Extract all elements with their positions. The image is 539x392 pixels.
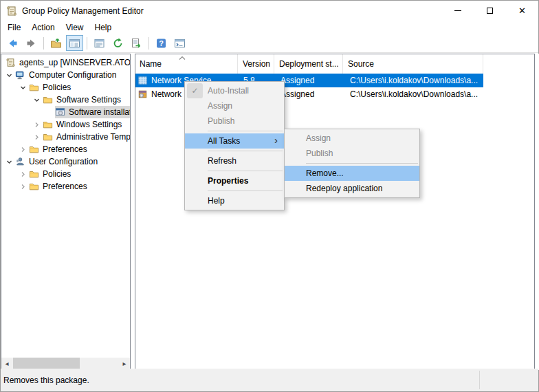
properties-button[interactable] [91, 35, 108, 51]
column-header-version[interactable]: Version [238, 54, 274, 74]
context-menu-item-all-tasks[interactable]: All Tasks › [185, 133, 284, 149]
context-menu-item-publish[interactable]: Publish [185, 113, 284, 129]
tree-item-user-policies[interactable]: Policies [1, 168, 130, 180]
software-installation-icon [55, 107, 65, 117]
up-level-button[interactable] [47, 35, 65, 51]
tree-item-software-installation[interactable]: Software installat [1, 106, 130, 118]
status-text: Removes this package. [3, 375, 89, 385]
tree-item-windows-settings[interactable]: Windows Settings [1, 118, 130, 131]
tree-item-user-configuration[interactable]: User Configuration [1, 155, 130, 168]
context-menu-item-refresh[interactable]: Refresh [185, 153, 284, 168]
close-button[interactable]: ✕ [506, 1, 538, 21]
menu-item-label: All Tasks [208, 136, 240, 146]
window-title: Group Policy Management Editor [22, 6, 144, 16]
tree-item-label: Policies [43, 83, 71, 92]
context-menu-item-properties[interactable]: Properties [185, 173, 284, 188]
chevron-collapsed-icon[interactable] [20, 184, 26, 190]
package-icon [138, 89, 148, 99]
refresh-button[interactable] [109, 35, 126, 51]
package-deployment-state: Assigned [274, 76, 343, 85]
check-icon: ✓ [187, 83, 203, 98]
tree-item-label: agents_up [WINSERVER.ATOMS [19, 58, 130, 67]
menu-item-label: Assign [306, 133, 331, 143]
chevron-collapsed-icon[interactable] [20, 171, 26, 177]
computer-icon [15, 70, 25, 80]
show-console-tree-button[interactable] [66, 35, 83, 51]
context-menu-item-help[interactable]: Help [185, 193, 284, 208]
submenu-arrow-icon: › [274, 134, 278, 146]
context-menu-item-assign[interactable]: Assign [185, 98, 284, 113]
chevron-expanded-icon[interactable] [6, 72, 12, 78]
menu-file[interactable]: File [2, 22, 26, 33]
package-name: Network [151, 89, 182, 99]
tree-item-label: Policies [43, 169, 71, 179]
back-button[interactable] [4, 35, 21, 51]
tree-item-preferences[interactable]: Preferences [1, 143, 130, 155]
column-header-name[interactable]: Name [135, 54, 238, 74]
up-folder-icon [50, 38, 62, 49]
back-arrow-icon [7, 38, 19, 49]
menu-item-label: Assign [208, 101, 232, 111]
new-window-button[interactable] [171, 35, 188, 51]
gpme-window: Group Policy Management Editor ✕ File Ac… [0, 0, 539, 392]
forward-button[interactable] [23, 35, 40, 51]
menu-item-label: Refresh [208, 156, 236, 166]
chevron-expanded-icon[interactable] [20, 85, 26, 91]
chevron-collapsed-icon[interactable] [20, 146, 26, 153]
tree-item-label: User Configuration [29, 157, 98, 166]
column-header-source[interactable]: Source [343, 54, 483, 74]
column-header-deployment-state[interactable]: Deployment st... [274, 54, 343, 74]
menu-item-label: Publish [208, 116, 234, 126]
chevron-expanded-icon[interactable] [6, 159, 12, 165]
toolbar-separator [43, 37, 44, 50]
folder-icon [29, 83, 39, 92]
tree-item-policies[interactable]: Policies [1, 81, 130, 94]
menu-help[interactable]: Help [89, 22, 118, 33]
status-bar-divider [479, 371, 480, 389]
maximize-button[interactable] [474, 1, 506, 21]
chevron-collapsed-icon[interactable] [34, 134, 40, 140]
context-menu-item-auto-install[interactable]: ✓ Auto-Install [185, 83, 284, 98]
export-list-icon [131, 38, 142, 49]
toolbar-separator [148, 37, 149, 50]
folder-icon [29, 144, 39, 154]
folder-icon [29, 182, 39, 191]
app-scroll-icon [6, 6, 17, 17]
minimize-button[interactable] [441, 1, 474, 21]
toolbar [1, 34, 538, 53]
scroll-left-arrow[interactable]: ◂ [1, 358, 12, 369]
gpo-scroll-icon [6, 58, 16, 67]
properties-icon [94, 38, 105, 49]
menu-bar: File Action View Help [1, 21, 538, 34]
chevron-expanded-icon[interactable] [34, 97, 40, 103]
tree-item-label: Preferences [43, 182, 87, 191]
submenu-item-assign[interactable]: Assign [285, 131, 419, 146]
title-bar: Group Policy Management Editor ✕ [1, 1, 538, 21]
folder-icon [43, 95, 53, 105]
scroll-right-arrow[interactable]: ▸ [119, 358, 130, 369]
tree-item-gpo-root[interactable]: agents_up [WINSERVER.ATOMS [1, 56, 130, 69]
tree-item-label: Preferences [43, 144, 87, 154]
export-list-button[interactable] [128, 35, 145, 51]
tree-item-administrative-templates[interactable]: Administrative Temp [1, 131, 130, 143]
scrollbar-thumb[interactable] [13, 358, 80, 369]
submenu-item-remove[interactable]: Remove... [285, 166, 419, 181]
submenu-item-redeploy-application[interactable]: Redeploy application [285, 181, 419, 196]
folder-icon [29, 169, 39, 179]
tree-item-software-settings[interactable]: Software Settings [1, 94, 130, 106]
menu-view[interactable]: View [60, 22, 89, 33]
maximize-icon [487, 8, 493, 14]
menu-action[interactable]: Action [26, 22, 60, 33]
tree-item-label: Computer Configuration [29, 70, 116, 80]
submenu-item-publish[interactable]: Publish [285, 146, 419, 161]
list-header: Name Version Deployment st... Source [135, 54, 534, 74]
menu-separator [208, 151, 283, 151]
tree-horizontal-scrollbar[interactable]: ◂ ▸ [1, 358, 130, 369]
help-button[interactable] [153, 35, 170, 51]
chevron-collapsed-icon[interactable] [34, 122, 40, 128]
sort-ascending-icon [179, 56, 186, 61]
package-source: C:\Users\i.koldakov\Downloads\a... [343, 76, 483, 85]
tree-item-user-preferences[interactable]: Preferences [1, 180, 130, 193]
menu-item-label: Remove... [306, 168, 344, 178]
tree-item-computer-configuration[interactable]: Computer Configuration [1, 69, 130, 81]
